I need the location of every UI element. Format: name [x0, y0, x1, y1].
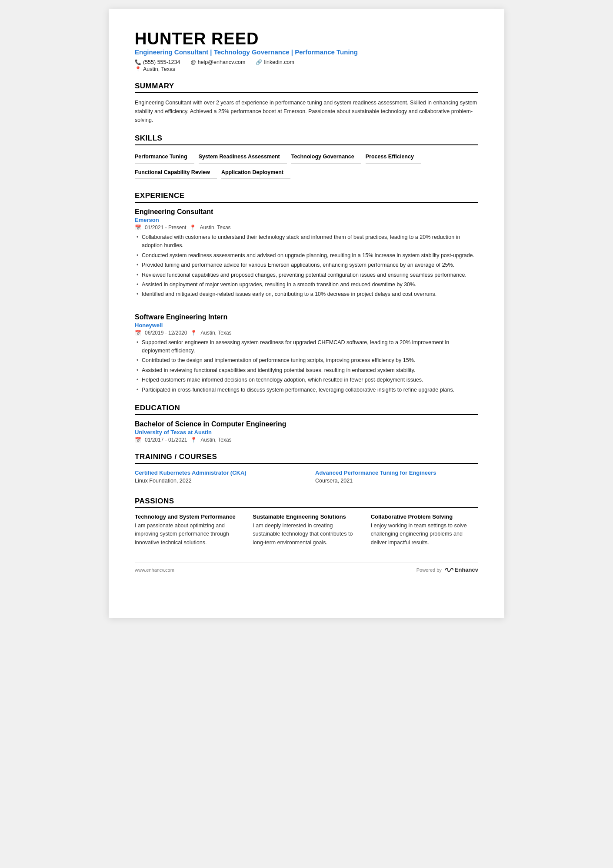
passion-3-title: Collaborative Problem Solving	[371, 513, 478, 520]
header-section: HUNTER REED Engineering Consultant | Tec…	[135, 30, 478, 72]
skill-functional-capability: Functional Capability Review	[135, 166, 217, 179]
location-value: Austin, Texas	[143, 66, 175, 72]
email-value: help@enhancv.com	[198, 59, 246, 65]
candidate-name: HUNTER REED	[135, 30, 478, 48]
passions-section-title: PASSIONS	[135, 497, 478, 508]
passions-grid: Technology and System Performance I am p…	[135, 513, 478, 547]
summary-text: Engineering Consultant with over 2 years…	[135, 98, 478, 124]
job-1: Engineering Consultant Emerson 📅 01/2021…	[135, 208, 478, 299]
experience-section-title: EXPERIENCE	[135, 191, 478, 203]
education-section: EDUCATION Bachelor of Science in Compute…	[135, 404, 478, 443]
candidate-title: Engineering Consultant | Technology Gove…	[135, 48, 478, 56]
passion-item-3: Collaborative Problem Solving I enjoy wo…	[371, 513, 478, 547]
job-1-dates: 01/2021 - Present	[145, 225, 186, 231]
job-2-company: Honeywell	[135, 322, 478, 328]
summary-section-title: SUMMARY	[135, 82, 478, 93]
passion-item-2: Sustainable Engineering Solutions I am d…	[253, 513, 360, 547]
enhancv-brand-name: Enhancv	[455, 566, 478, 573]
edu-dates: 01/2017 - 01/2021	[145, 437, 187, 443]
resume-page: HUNTER REED Engineering Consultant | Tec…	[109, 9, 504, 618]
job-2-bullet-3: Assisted in reviewing functional capabil…	[135, 366, 478, 375]
location-row: 📍 Austin, Texas	[135, 66, 478, 72]
job-1-bullet-1: Collaborated with customers to understan…	[135, 233, 478, 250]
skill-technology-governance: Technology Governance	[291, 151, 361, 164]
page-footer: www.enhancv.com Powered by Enhancv	[135, 563, 478, 573]
skills-row-1: Performance Tuning System Readiness Asse…	[135, 151, 478, 166]
calendar-icon-1: 📅	[135, 225, 141, 231]
linkedin-icon: 🔗	[256, 59, 262, 65]
passion-3-text: I enjoy working in team settings to solv…	[371, 522, 478, 547]
job-1-location-icon: 📍	[190, 225, 196, 231]
calendar-icon-2: 📅	[135, 330, 141, 336]
job-2-meta: 📅 06/2019 - 12/2020 📍 Austin, Texas	[135, 330, 478, 336]
training-section-title: TRAINING / COURSES	[135, 452, 478, 464]
passion-item-1: Technology and System Performance I am p…	[135, 513, 242, 547]
passion-1-text: I am passionate about optimizing and imp…	[135, 522, 242, 547]
location-contact: 📍 Austin, Texas	[135, 66, 175, 72]
job-1-bullets: Collaborated with customers to understan…	[135, 233, 478, 299]
education-section-title: EDUCATION	[135, 404, 478, 415]
email-icon: @	[190, 59, 196, 65]
job-2: Software Engineering Intern Honeywell 📅 …	[135, 313, 478, 394]
skills-section-title: SKILLS	[135, 134, 478, 145]
job-1-meta: 📅 01/2021 - Present 📍 Austin, Texas	[135, 225, 478, 231]
job-1-company: Emerson	[135, 217, 478, 223]
linkedin-contact: 🔗 linkedin.com	[256, 59, 294, 65]
job-2-bullets: Supported senior engineers in assessing …	[135, 338, 478, 394]
enhancv-brand: Enhancv	[444, 566, 478, 573]
training-section: TRAINING / COURSES Certified Kubernetes …	[135, 452, 478, 487]
job-2-bullet-5: Participated in cross-functional meeting…	[135, 386, 478, 394]
job-1-bullet-3: Provided tuning and performance advice f…	[135, 261, 478, 269]
job-2-dates: 06/2019 - 12/2020	[145, 330, 187, 336]
edu-degree: Bachelor of Science in Computer Engineer…	[135, 420, 478, 428]
phone-icon: 📞	[135, 59, 141, 65]
email-contact: @ help@enhancv.com	[190, 59, 245, 65]
footer-url: www.enhancv.com	[135, 567, 174, 573]
skills-section: SKILLS Performance Tuning System Readine…	[135, 134, 478, 182]
passion-1-title: Technology and System Performance	[135, 513, 242, 520]
training-item-2: Advanced Performance Tuning for Engineer…	[315, 469, 478, 484]
phone-value: (555) 555-1234	[143, 59, 180, 65]
job-1-location: Austin, Texas	[200, 225, 230, 231]
job-divider	[135, 307, 478, 307]
phone-contact: 📞 (555) 555-1234	[135, 59, 180, 65]
edu-school: University of Texas at Austin	[135, 429, 478, 436]
skill-performance-tuning: Performance Tuning	[135, 151, 194, 164]
skill-process-efficiency: Process Efficiency	[366, 151, 421, 164]
contact-row: 📞 (555) 555-1234 @ help@enhancv.com 🔗 li…	[135, 59, 478, 65]
training-1-title: Certified Kubernetes Administrator (CKA)	[135, 469, 298, 477]
edu-location: Austin, Texas	[200, 437, 231, 443]
training-item-1: Certified Kubernetes Administrator (CKA)…	[135, 469, 298, 484]
passion-2-text: I am deeply interested in creating susta…	[253, 522, 360, 547]
job-2-bullet-1: Supported senior engineers in assessing …	[135, 338, 478, 355]
job-2-location: Austin, Texas	[200, 330, 231, 336]
job-1-bullet-2: Conducted system readiness assessments a…	[135, 251, 478, 260]
summary-section: SUMMARY Engineering Consultant with over…	[135, 82, 478, 124]
job-2-location-icon: 📍	[190, 330, 197, 336]
job-1-bullet-4: Reviewed functional capabilities and pro…	[135, 271, 478, 279]
job-2-bullet-4: Helped customers make informed decisions…	[135, 376, 478, 384]
passion-2-title: Sustainable Engineering Solutions	[253, 513, 360, 520]
passions-section: PASSIONS Technology and System Performan…	[135, 497, 478, 547]
training-grid: Certified Kubernetes Administrator (CKA)…	[135, 469, 478, 487]
job-2-bullet-2: Contributed to the design and implementa…	[135, 356, 478, 365]
enhancv-logo-icon	[444, 567, 454, 573]
skills-grid: Performance Tuning System Readiness Asse…	[135, 151, 478, 182]
experience-section: EXPERIENCE Engineering Consultant Emerso…	[135, 191, 478, 394]
job-1-bullet-5: Assisted in deployment of major version …	[135, 281, 478, 289]
footer-powered: Powered by Enhancv	[416, 566, 478, 573]
job-2-title: Software Engineering Intern	[135, 313, 478, 321]
linkedin-value: linkedin.com	[264, 59, 294, 65]
edu-meta: 📅 01/2017 - 01/2021 📍 Austin, Texas	[135, 437, 478, 443]
edu-calendar-icon: 📅	[135, 437, 141, 443]
powered-by-label: Powered by	[416, 567, 442, 573]
skill-application-deployment: Application Deployment	[221, 166, 290, 179]
skills-row-2: Functional Capability Review Application…	[135, 166, 478, 182]
training-2-title: Advanced Performance Tuning for Engineer…	[315, 469, 478, 477]
job-1-title: Engineering Consultant	[135, 208, 478, 216]
training-2-org: Coursera, 2021	[315, 478, 478, 484]
edu-location-icon: 📍	[190, 437, 197, 443]
skill-system-readiness: System Readiness Assessment	[199, 151, 287, 164]
training-1-org: Linux Foundation, 2022	[135, 478, 298, 484]
location-icon: 📍	[135, 66, 141, 72]
